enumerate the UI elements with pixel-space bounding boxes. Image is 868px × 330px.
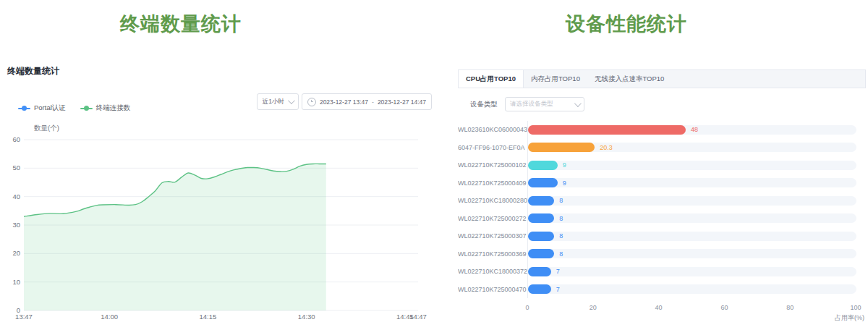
bar-row: WL022710K7250004099	[458, 174, 866, 192]
time-range-value: 近1小时	[263, 98, 284, 106]
bar-track: 48	[528, 125, 856, 135]
bar-row: WL023610KC0600004348	[458, 121, 866, 139]
x-tick: 14:15	[199, 313, 216, 321]
bar-value-label: 9	[563, 161, 566, 169]
bar-track: 8	[528, 232, 856, 241]
date-range-end: 2023-12-27 14:47	[378, 98, 426, 106]
bar-row: WL022710K7250004707	[458, 281, 866, 299]
legend-label: 终端连接数	[96, 103, 131, 113]
bar-row: WL022710K7250001029	[458, 156, 866, 174]
bar-row: WL022710KC180002808	[458, 192, 866, 210]
legend-marker-icon	[18, 105, 30, 111]
bar-chart-x-axis: 占用率(%) 020406080100	[458, 304, 866, 324]
device-type-select[interactable]: 请选择设备类型	[505, 97, 584, 111]
x-axis-title: 占用率(%)	[835, 313, 864, 323]
bar-value-label: 8	[559, 215, 563, 222]
bar-track: 8	[528, 196, 856, 206]
device-name-label: WL022710K725000369	[458, 250, 528, 258]
series-area	[24, 164, 326, 310]
device-performance-section: 设备性能统计 CPU占用TOP10 内存占用TOP10 无线接入点速率TOP10…	[434, 0, 868, 330]
tab-memory-top10[interactable]: 内存占用TOP10	[524, 70, 587, 88]
bar-track: 7	[528, 267, 856, 276]
bar-track: 9	[528, 161, 856, 170]
bar-fill	[528, 196, 554, 206]
x-tick: 40	[655, 304, 663, 311]
series-line	[24, 164, 326, 216]
date-range-picker[interactable]: 2023-12-27 13:47 - 2023-12-27 14:47	[302, 93, 432, 110]
legend-item-portal[interactable]: Portal认证	[18, 103, 66, 113]
section-title-terminal-count: 终端数量统计	[0, 11, 362, 37]
bar-fill	[528, 267, 551, 276]
bar-value-label: 8	[559, 197, 563, 204]
bar-fill	[528, 178, 558, 187]
bar-fill	[528, 161, 558, 170]
y-tick: 40	[12, 192, 20, 200]
bar-fill	[528, 232, 554, 241]
bar-value-label: 48	[691, 126, 698, 133]
cpu-top10-bar-chart: WL023610KC06000043486047-FF96-1070-EF0A2…	[458, 121, 866, 324]
y-tick: 50	[12, 164, 20, 172]
bar-track: 7	[528, 284, 856, 294]
bar-track: 9	[528, 178, 856, 187]
device-name-label: WL022710K725000272	[458, 215, 528, 222]
device-name-label: WL022710K725000470	[458, 286, 528, 293]
bar-value-label: 8	[559, 250, 563, 258]
tab-cpu-top10[interactable]: CPU占用TOP10	[459, 70, 524, 88]
bar-track: 8	[528, 213, 856, 223]
device-name-label: WL023610KC06000043	[458, 126, 528, 133]
device-type-filter: 设备类型 请选择设备类型	[470, 97, 866, 111]
legend-marker-icon	[80, 105, 93, 111]
y-tick: 10	[12, 278, 20, 286]
section-title-device-performance: 设备性能统计	[446, 11, 807, 37]
bar-value-label: 9	[563, 179, 566, 187]
y-tick: 30	[12, 221, 20, 229]
x-tick: 0	[525, 304, 529, 311]
bar-row: WL022710K7250003698	[458, 245, 866, 263]
y-tick: 60	[12, 135, 20, 143]
x-tick: 14:00	[101, 313, 118, 321]
bar-row: WL022710K7250003078	[458, 227, 866, 245]
bar-value-label: 7	[556, 286, 560, 293]
device-type-label: 设备类型	[470, 100, 498, 109]
x-tick: 60	[720, 304, 728, 311]
legend-item-terminal-connections[interactable]: 终端连接数	[80, 103, 131, 113]
device-name-label: WL022710K725000102	[458, 161, 528, 169]
bar-track: 8	[528, 249, 856, 258]
terminal-count-chart: 数量(个) 010203040506013:4714:0014:1514:301…	[0, 0, 434, 330]
panel-title: 终端数量统计	[7, 65, 59, 77]
y-axis-title: 数量(个)	[34, 124, 59, 132]
bar-row: WL022710K7250002728	[458, 210, 866, 228]
performance-tabs: CPU占用TOP10 内存占用TOP10 无线接入点速率TOP10	[458, 69, 866, 88]
bar-track: 20.3	[528, 143, 856, 152]
chart-legend: Portal认证 终端连接数	[18, 103, 130, 113]
device-name-label: WL022710K725000409	[458, 179, 528, 187]
time-controls: 近1小时 2023-12-27 13:47 - 2023-12-27 14:47	[257, 93, 432, 110]
device-type-placeholder: 请选择设备类型	[510, 100, 553, 109]
time-range-select[interactable]: 近1小时	[257, 93, 299, 110]
bar-fill	[528, 213, 554, 223]
bar-fill	[528, 143, 595, 152]
x-tick: 14:45	[396, 313, 414, 321]
bar-fill	[528, 249, 554, 258]
device-name-label: WL022710K725000307	[458, 232, 528, 240]
bar-fill	[528, 284, 551, 294]
y-tick: 0	[17, 306, 20, 314]
legend-label: Portal认证	[34, 103, 66, 113]
tab-wireless-ap-rate-top10[interactable]: 无线接入点速率TOP10	[587, 70, 671, 88]
clock-icon	[307, 98, 316, 106]
bar-value-label: 20.3	[600, 144, 613, 151]
terminal-count-section: 终端数量统计 数量(个) 010203040506013:4714:0014:1…	[0, 0, 434, 330]
x-tick: 100	[850, 304, 861, 311]
chevron-down-icon	[288, 97, 295, 104]
bar-value-label: 7	[556, 268, 560, 275]
chevron-down-icon	[574, 100, 582, 107]
device-name-label: WL022710KC18000280	[458, 197, 528, 204]
device-performance-card: CPU占用TOP10 内存占用TOP10 无线接入点速率TOP10 设备类型 请…	[458, 69, 866, 324]
x-tick: 14:30	[298, 313, 315, 321]
bar-value-label: 8	[559, 232, 563, 240]
x-tick: 14:47	[409, 313, 427, 321]
device-name-label: 6047-FF96-1070-EF0A	[458, 144, 528, 151]
y-tick: 20	[12, 249, 20, 257]
x-tick: 20	[590, 304, 597, 311]
bar-rows: WL023610KC06000043486047-FF96-1070-EF0A2…	[458, 121, 866, 298]
